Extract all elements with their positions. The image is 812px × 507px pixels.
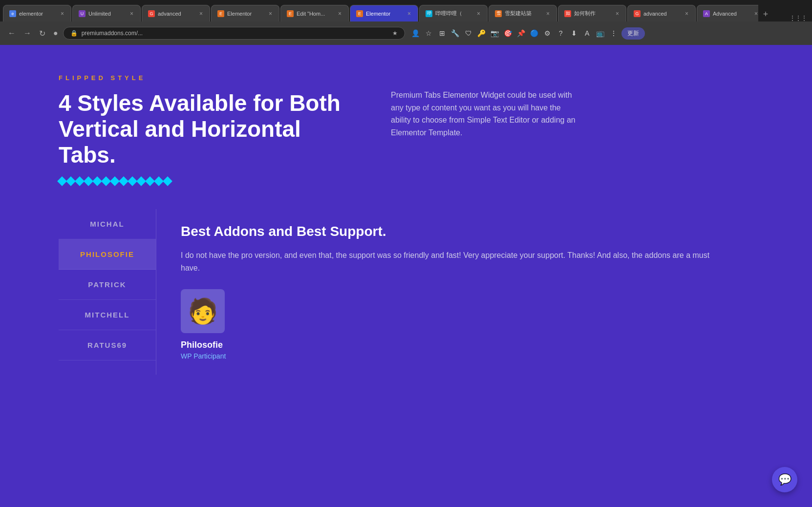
browser-tab-t10[interactable]: Gadvanced× xyxy=(627,5,696,21)
tabs-section: MICHALPHILOSOFIEPATRICKMITCHELLRATUS69 B… xyxy=(59,209,753,375)
review-text: I do not have the pro version, and even … xyxy=(181,249,729,275)
diamond-icon xyxy=(163,176,172,186)
review-title: Best Addons and Best Support. xyxy=(181,224,729,239)
address-bar[interactable]: 🔒 premiumaddons.com/... ★ xyxy=(63,27,405,40)
reviewer-role: WP Participant xyxy=(181,352,729,360)
browser-tab-t7[interactable]: 哔哔哩哔哩（× xyxy=(419,5,488,21)
home-button[interactable]: ● xyxy=(50,27,61,40)
tab-close-button[interactable]: × xyxy=(545,9,551,18)
tabs-sidebar: MICHALPHILOSOFIEPATRICKMITCHELLRATUS69 xyxy=(59,209,156,375)
ext-icon-7[interactable]: 🔵 xyxy=(529,27,540,39)
update-button[interactable]: 更新 xyxy=(621,27,645,40)
ext-icon-8[interactable]: ⚙ xyxy=(542,27,554,39)
browser-tab-t5[interactable]: EEdit "Hom...× xyxy=(280,5,349,21)
browser-chrome: eelementor×UUnlimited×Gadvanced×EElement… xyxy=(0,0,812,45)
tab-label: elementor xyxy=(19,11,57,17)
profile-icon[interactable]: 👤 xyxy=(410,27,422,39)
tab-close-button[interactable]: × xyxy=(198,9,204,18)
tab-close-button[interactable]: × xyxy=(615,9,620,18)
cast-icon[interactable]: 📺 xyxy=(595,27,606,39)
tab-favicon: G xyxy=(634,10,641,17)
browser-tab-t4[interactable]: EElementor× xyxy=(211,5,279,21)
tab-favicon: 哔 xyxy=(426,10,432,17)
tab-label: Advanced xyxy=(713,11,750,17)
main-heading: 4 Styles Available for Both Vertical and… xyxy=(59,90,352,168)
tab-groups-icon[interactable]: ⊞ xyxy=(436,27,448,39)
tab-label: Edit "Hom... xyxy=(297,11,334,17)
tab-bar: eelementor×UUnlimited×Gadvanced×EElement… xyxy=(0,0,812,21)
tab-close-button[interactable]: × xyxy=(406,9,412,18)
tab-label: advanced xyxy=(643,11,681,17)
tab-close-button[interactable]: × xyxy=(129,9,134,18)
page-content: FLIPPED STYLE 4 Styles Available for Bot… xyxy=(0,45,812,485)
tab-close-button[interactable]: × xyxy=(476,9,481,18)
address-text: premiumaddons.com/... xyxy=(82,30,388,37)
ext-icon-1[interactable]: 🔧 xyxy=(449,27,461,39)
header-right: Premium Tabs Elementor Widget could be u… xyxy=(391,74,577,139)
tab-close-button[interactable]: × xyxy=(684,9,689,18)
browser-tab-t11[interactable]: AAdvanced× xyxy=(697,5,758,21)
forward-button[interactable]: → xyxy=(21,27,34,40)
tab-label: 雪梨建站築 xyxy=(505,10,542,17)
reviewer-name: Philosofie xyxy=(181,340,729,350)
tab-label: Elementor xyxy=(227,11,265,17)
download-icon[interactable]: ⬇ xyxy=(568,27,580,39)
tab-label: 如何制作 xyxy=(574,10,612,17)
sidebar-tab-patrick[interactable]: PATRICK xyxy=(59,270,156,300)
ext-icon-3[interactable]: 🔑 xyxy=(476,27,488,39)
toolbar-icons: 👤 ☆ ⊞ 🔧 🛡 🔑 📷 🎯 📌 🔵 ⚙ ? ⬇ A 📺 ⋮ xyxy=(410,27,620,39)
help-icon[interactable]: ? xyxy=(555,27,567,39)
browser-tab-t2[interactable]: UUnlimited× xyxy=(72,5,141,21)
diamond-row xyxy=(59,178,352,185)
browser-tab-t6[interactable]: EElementor× xyxy=(350,5,418,21)
tab-favicon: G xyxy=(148,10,155,17)
sidebar-tab-philosofie[interactable]: PHILOSOFIE xyxy=(59,239,156,270)
chat-icon: 💬 xyxy=(778,473,791,486)
browser-tab-t8[interactable]: 雪雪梨建站築× xyxy=(489,5,557,21)
description-text: Premium Tabs Elementor Widget could be u… xyxy=(391,74,577,139)
tab-favicon: 如 xyxy=(564,10,571,17)
tab-label: Unlimited xyxy=(88,11,126,17)
ext-icon-4[interactable]: 📷 xyxy=(489,27,501,39)
tab-favicon: 雪 xyxy=(495,10,502,17)
ext-icon-2[interactable]: 🛡 xyxy=(463,27,474,39)
chat-button[interactable]: 💬 xyxy=(772,467,797,492)
browser-tab-t9[interactable]: 如如何制作× xyxy=(558,5,626,21)
tab-favicon: e xyxy=(9,10,16,17)
tab-close-button[interactable]: × xyxy=(753,9,758,18)
tab-favicon: A xyxy=(703,10,710,17)
tab-label: advanced xyxy=(158,11,195,17)
ext-icon-6[interactable]: 📌 xyxy=(515,27,527,39)
reviewer-avatar: 🧑 xyxy=(181,289,225,333)
new-tab-button[interactable]: + xyxy=(758,7,773,21)
browser-tab-t3[interactable]: Gadvanced× xyxy=(142,5,210,21)
tab-content: Best Addons and Best Support. I do not h… xyxy=(156,209,753,375)
tab-favicon: E xyxy=(217,10,224,17)
tab-label: Elementor xyxy=(366,11,404,17)
avatar-emoji: 🧑 xyxy=(188,299,218,323)
flipped-label: FLIPPED STYLE xyxy=(59,74,352,82)
reload-button[interactable]: ↻ xyxy=(36,27,48,40)
section-header: FLIPPED STYLE 4 Styles Available for Bot… xyxy=(59,74,753,185)
tab-favicon: E xyxy=(287,10,294,17)
browser-tab-t1[interactable]: eelementor× xyxy=(3,5,71,21)
tab-close-button[interactable]: × xyxy=(337,9,342,18)
tab-close-button[interactable]: × xyxy=(268,9,273,18)
toolbar: ← → ↻ ● 🔒 premiumaddons.com/... ★ 👤 ☆ ⊞ … xyxy=(0,21,812,45)
tab-close-button[interactable]: × xyxy=(60,9,65,18)
ext-icon-5[interactable]: 🎯 xyxy=(502,27,514,39)
tab-favicon: U xyxy=(79,10,85,17)
header-left: FLIPPED STYLE 4 Styles Available for Bot… xyxy=(59,74,352,185)
back-button[interactable]: ← xyxy=(5,27,19,40)
sidebar-tab-michal[interactable]: MICHAL xyxy=(59,209,156,239)
tab-favicon: E xyxy=(356,10,363,17)
translate-icon[interactable]: A xyxy=(581,27,593,39)
bookmark-icon[interactable]: ☆ xyxy=(423,27,435,39)
sidebar-tab-mitchell[interactable]: MITCHELL xyxy=(59,300,156,330)
more-icon[interactable]: ⋮ xyxy=(608,27,620,39)
tab-label: 哔哩哔哩（ xyxy=(435,10,473,17)
sidebar-tab-ratus69[interactable]: RATUS69 xyxy=(59,330,156,360)
